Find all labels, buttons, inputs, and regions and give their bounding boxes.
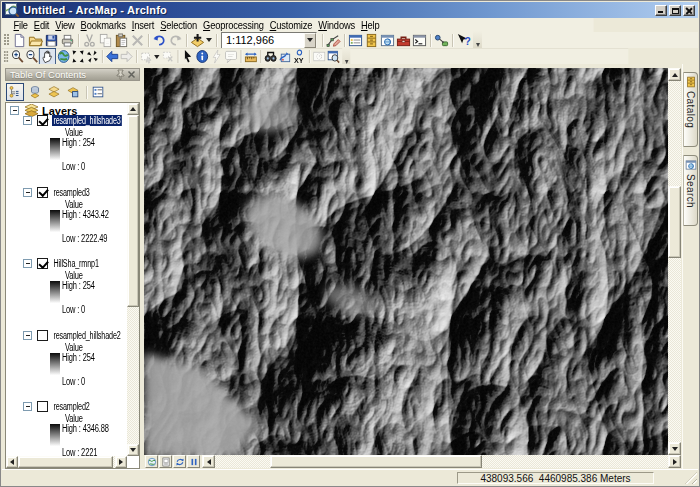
menu-customize[interactable]: Customize [267, 18, 316, 32]
zoom-out-icon[interactable] [25, 49, 39, 65]
collapse-icon[interactable] [23, 402, 32, 411]
data-view-icon[interactable] [145, 455, 158, 468]
forward-arrow-icon[interactable] [119, 49, 133, 65]
toolbar-grip[interactable] [4, 51, 8, 63]
list-source-icon[interactable] [26, 84, 43, 101]
toc-close-icon[interactable] [126, 69, 137, 80]
viewer-window-icon[interactable] [326, 49, 340, 65]
refresh-icon[interactable] [173, 455, 186, 468]
toolbar-overflow-button[interactable] [342, 48, 350, 66]
resize-grip-icon[interactable] [685, 472, 697, 484]
collapse-icon[interactable] [23, 188, 32, 197]
editor-sketch-icon[interactable] [325, 32, 341, 48]
select-elements-icon[interactable] [180, 49, 194, 65]
modelbuilder-icon[interactable] [433, 32, 449, 48]
map-scale-value[interactable]: 1:112,966 [222, 33, 304, 48]
toolbox-icon[interactable] [395, 32, 411, 48]
menu-edit[interactable]: Edit [31, 18, 52, 32]
map-hscroll-thumb[interactable] [270, 455, 482, 468]
layer-checkbox[interactable] [37, 401, 48, 412]
dropdown-arrow-icon[interactable] [205, 32, 213, 48]
menu-view[interactable]: View [52, 18, 77, 32]
measure-icon[interactable] [243, 49, 257, 65]
dock-tab-search[interactable]: Search [683, 155, 698, 226]
collapse-icon[interactable] [23, 259, 32, 268]
search-window-icon[interactable] [379, 32, 395, 48]
toolbar-grip[interactable] [4, 34, 9, 46]
paste-icon[interactable] [113, 32, 129, 48]
add-data-icon[interactable] [189, 32, 205, 48]
fixed-zoom-in-icon[interactable] [70, 49, 84, 65]
list-selection-icon[interactable] [64, 84, 81, 101]
back-arrow-icon[interactable] [105, 49, 119, 65]
find-icon[interactable] [263, 49, 277, 65]
minimize-button[interactable] [655, 5, 667, 16]
python-window-icon[interactable] [411, 32, 427, 48]
layer-name[interactable]: HillSha_rmnp1 [52, 258, 100, 269]
identify-icon[interactable] [195, 49, 209, 65]
pause-drawing-icon[interactable] [187, 455, 200, 468]
layer-name[interactable]: resampled3 [52, 187, 91, 198]
toc-scroll-right-icon[interactable] [115, 456, 127, 468]
save-icon[interactable] [43, 32, 59, 48]
toc-scroll-left-icon[interactable] [6, 456, 18, 468]
html-popup-icon[interactable] [223, 49, 237, 65]
collapse-icon[interactable] [23, 331, 32, 340]
go-to-xy-icon[interactable]: XY [292, 49, 306, 65]
menu-help[interactable]: Help [358, 18, 383, 32]
dropdown-arrow-icon[interactable] [153, 49, 160, 65]
time-slider-icon[interactable] [312, 49, 326, 65]
map-vscroll-thumb[interactable] [668, 186, 681, 258]
layer-checkbox[interactable] [37, 187, 48, 198]
layer-checkbox[interactable] [37, 115, 48, 126]
menu-selection[interactable]: Selection [157, 18, 200, 32]
menu-file[interactable]: File [11, 18, 31, 32]
select-features-icon[interactable] [139, 49, 153, 65]
layer-checkbox[interactable] [37, 330, 48, 341]
toc-scroll-up-icon[interactable] [127, 103, 139, 115]
hyperlink-icon[interactable] [209, 49, 223, 65]
cut-icon[interactable] [81, 32, 97, 48]
menu-insert[interactable]: Insert [129, 18, 157, 32]
list-visibility-icon[interactable] [45, 84, 62, 101]
toc-scroll-down-icon[interactable] [127, 444, 139, 456]
map-viewport[interactable] [144, 68, 668, 455]
zoom-in-icon[interactable] [10, 49, 24, 65]
new-document-icon[interactable] [11, 32, 27, 48]
map-scroll-left-icon[interactable] [202, 455, 215, 468]
copy-icon[interactable] [97, 32, 113, 48]
print-icon[interactable] [59, 32, 75, 48]
menu-geoprocessing[interactable]: Geoprocessing [200, 18, 267, 32]
maximize-button[interactable] [669, 5, 681, 16]
collapse-icon[interactable] [23, 116, 32, 125]
delete-x-icon[interactable] [129, 32, 145, 48]
list-drawing-order-icon[interactable] [6, 83, 24, 101]
map-scroll-down-icon[interactable] [668, 442, 681, 455]
toc-horizontal-scrollbar[interactable] [6, 456, 127, 468]
full-extent-icon[interactable] [56, 49, 70, 65]
fixed-zoom-out-icon[interactable] [85, 49, 99, 65]
pan-hand-icon[interactable] [39, 48, 56, 66]
dock-tab-catalog[interactable]: Catalog [683, 72, 698, 147]
layer-name[interactable]: resampled_hillshade2 [52, 330, 122, 341]
map-horizontal-scrollbar[interactable] [202, 455, 681, 468]
toolbar-overflow-button[interactable] [473, 31, 482, 49]
layer-checkbox[interactable] [37, 258, 48, 269]
undo-icon[interactable] [151, 32, 167, 48]
menu-windows[interactable]: Windows [315, 18, 358, 32]
map-scroll-up-icon[interactable] [668, 68, 681, 81]
redo-icon[interactable] [167, 32, 183, 48]
clear-selection-icon[interactable] [160, 49, 174, 65]
map-scale-dropdown-icon[interactable] [304, 33, 316, 48]
layer-name[interactable]: resampled_hillshade3 [52, 115, 122, 126]
toc-vertical-scrollbar[interactable] [127, 103, 139, 456]
toc-window-icon[interactable] [347, 32, 363, 48]
map-scroll-right-icon[interactable] [668, 455, 681, 468]
pin-icon[interactable] [115, 69, 126, 80]
open-folder-icon[interactable] [27, 32, 43, 48]
find-route-icon[interactable] [277, 49, 291, 65]
toc-hscroll-thumb[interactable] [18, 456, 113, 468]
layer-name[interactable]: resampled2 [52, 401, 91, 412]
map-vertical-scrollbar[interactable] [668, 68, 681, 455]
layout-view-icon[interactable] [159, 455, 172, 468]
